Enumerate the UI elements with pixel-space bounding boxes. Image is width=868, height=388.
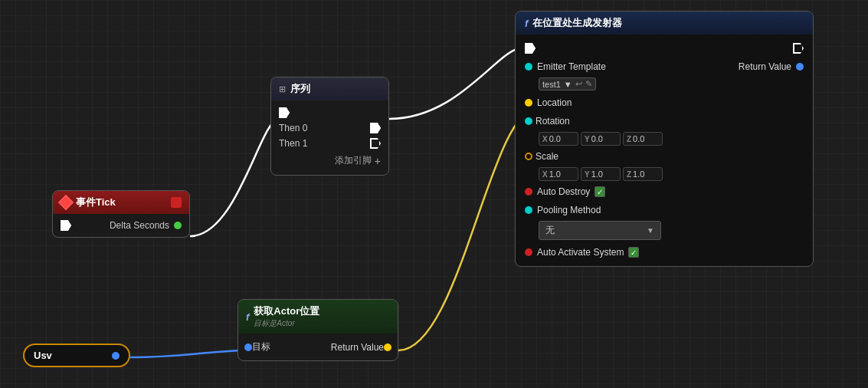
spawn-exec-out[interactable] (793, 43, 804, 54)
get-actor-node: f 获取Actor位置 目标是Actor 目标 Return Value (237, 299, 398, 361)
target-pin[interactable] (244, 344, 252, 351)
spawn-pooling-row: Pooling Method (516, 201, 813, 219)
return-value-pin[interactable] (384, 344, 391, 351)
get-actor-subtitle: 目标是Actor (254, 318, 319, 329)
undo-icon[interactable]: ↩ (575, 79, 582, 89)
event-tick-node: 事件Tick Delta Seconds (52, 190, 190, 238)
usv-node[interactable]: Usv (23, 344, 130, 367)
auto-activate-label: Auto Activate System (537, 247, 624, 258)
scale-x-val: 1.0 (549, 169, 561, 179)
pooling-dropdown-container: 无 ▼ (516, 219, 813, 243)
scale-x-field[interactable]: X 1.0 (539, 167, 578, 181)
emitter-value-dropdown[interactable]: test1 ▼ ↩ ✎ (539, 77, 596, 90)
spawn-header: f 在位置处生成发射器 (516, 12, 813, 35)
scale-z-val: 1.0 (633, 169, 644, 179)
event-tick-body: Delta Seconds (53, 214, 189, 237)
auto-destroy-label: Auto Destroy (537, 186, 590, 197)
add-pin-row[interactable]: 添加引脚 + (271, 151, 388, 170)
spawn-rotation-row: Rotation (516, 112, 813, 130)
rotation-x-val: 0.0 (549, 134, 561, 143)
spawn-f-icon: f (525, 18, 528, 29)
auto-activate-checkbox[interactable] (628, 247, 639, 258)
get-actor-title: 获取Actor位置 (254, 304, 319, 318)
get-actor-header: f 获取Actor位置 目标是Actor (238, 300, 398, 334)
rotation-pin[interactable] (525, 117, 532, 125)
location-label: Location (537, 97, 572, 108)
emitter-template-label: Emitter Template (537, 61, 606, 72)
pooling-label: Pooling Method (537, 205, 601, 215)
scale-y-field[interactable]: Y 1.0 (581, 167, 621, 181)
spawn-scale-row: Scale (516, 147, 813, 166)
usv-label: Usv (34, 350, 52, 361)
spawn-auto-activate-row: Auto Activate System (516, 243, 813, 261)
rotation-xyz-inputs: X 0.0 Y 0.0 Z 0.0 (516, 130, 813, 147)
scale-xyz-inputs: X 1.0 Y 1.0 Z 1.0 (516, 166, 813, 182)
sequence-body: Then 0 Then 1 添加引脚 + (271, 100, 388, 175)
spawn-exec-in[interactable] (525, 43, 536, 54)
pooling-value: 无 (545, 224, 555, 237)
event-tick-title: 事件Tick (76, 196, 116, 209)
spawn-exec-row (516, 39, 813, 58)
scale-z-field[interactable]: Z 1.0 (623, 167, 663, 181)
edit-icon[interactable]: ✎ (585, 79, 592, 89)
spawn-node: f 在位置处生成发射器 Emitter Template Return Valu… (515, 11, 814, 267)
sequence-icon: ⊞ (279, 84, 286, 94)
sequence-then1-row: Then 1 (271, 136, 388, 151)
delta-seconds-pin[interactable] (174, 222, 182, 229)
then0-pin[interactable] (370, 123, 381, 133)
f-icon: f (246, 311, 249, 323)
pooling-pin[interactable] (525, 206, 532, 214)
then1-pin[interactable] (370, 138, 381, 149)
event-tick-header: 事件Tick (53, 191, 189, 214)
then1-label: Then 1 (279, 138, 307, 149)
scale-pin[interactable] (525, 153, 532, 160)
pooling-method-dropdown[interactable]: 无 ▼ (539, 221, 661, 240)
rotation-x-field[interactable]: X 0.0 (539, 132, 578, 146)
then0-label: Then 0 (279, 123, 307, 133)
target-label: 目标 (252, 340, 270, 353)
scale-label: Scale (536, 151, 558, 162)
rotation-y-val: 0.0 (591, 134, 603, 143)
scale-y-val: 1.0 (591, 169, 603, 179)
close-icon[interactable] (171, 197, 182, 208)
spawn-location-row: Location (516, 94, 813, 112)
emitter-template-pin[interactable] (525, 63, 532, 71)
emitter-template-sub: test1 ▼ ↩ ✎ (516, 76, 813, 94)
spawn-title: 在位置处生成发射器 (532, 16, 622, 30)
return-value-label: Return Value (331, 342, 384, 353)
usv-pin[interactable] (112, 352, 120, 360)
sequence-exec-row (271, 105, 388, 120)
rotation-z-val: 0.0 (633, 134, 644, 143)
return-value-label: Return Value (739, 61, 791, 72)
spawn-emitter-template-row: Emitter Template Return Value (516, 58, 813, 76)
add-pin-icon: + (375, 155, 381, 167)
event-icon (58, 195, 74, 210)
rotation-label: Rotation (536, 116, 570, 127)
location-pin[interactable] (525, 99, 532, 107)
sequence-then0-row: Then 0 (271, 120, 388, 136)
spawn-body: Emitter Template Return Value test1 ▼ ↩ … (516, 35, 813, 266)
emitter-value: test1 (542, 80, 561, 89)
auto-destroy-pin[interactable] (525, 188, 532, 196)
sequence-node: ⊞ 序列 Then 0 Then 1 添加引脚 + (270, 77, 389, 176)
rotation-y-field[interactable]: Y 0.0 (581, 132, 621, 146)
exec-pin-right[interactable] (61, 220, 71, 231)
auto-activate-pin[interactable] (525, 248, 532, 256)
sequence-exec-in[interactable] (279, 107, 290, 118)
add-pin-label: 添加引脚 (335, 154, 372, 167)
sequence-title: 序列 (290, 82, 310, 96)
sequence-header: ⊞ 序列 (271, 77, 388, 100)
dropdown-arrow: ▼ (564, 80, 572, 89)
return-value-pin[interactable] (796, 63, 804, 71)
get-actor-body: 目标 Return Value (238, 334, 398, 360)
spawn-auto-destroy-row: Auto Destroy (516, 182, 813, 201)
auto-destroy-checkbox[interactable] (594, 186, 605, 197)
pooling-dropdown-arrow: ▼ (647, 226, 654, 235)
get-actor-target-row: 目标 Return Value (238, 338, 398, 356)
delta-seconds-label: Delta Seconds (110, 220, 169, 231)
rotation-z-field[interactable]: Z 0.0 (623, 132, 663, 146)
